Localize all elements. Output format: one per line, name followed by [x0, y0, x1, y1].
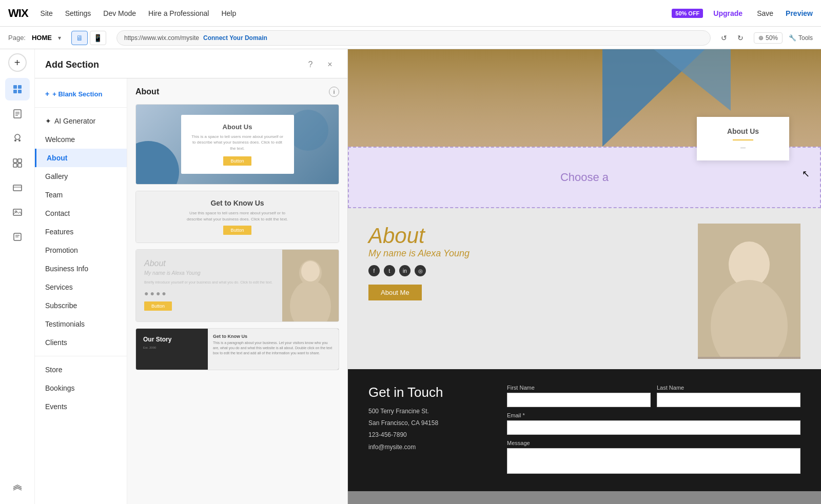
first-name-input[interactable] [507, 393, 651, 407]
card3-person-image [282, 250, 339, 321]
contact-info: Get in Touch 500 Terry Francine St. San … [368, 385, 492, 476]
contact-form: First Name Last Name Email * Message [507, 385, 800, 476]
about-us-card-1[interactable]: About Us This is a space to tell users m… [135, 104, 339, 185]
card3-desc: Briefly introduce yourself or your busin… [144, 280, 274, 285]
section-categories-sidebar: + + Blank Section ✦ AI Generator Welcome… [35, 78, 127, 504]
help-icon-button[interactable]: ? [303, 57, 318, 72]
wix-logo: WIX [8, 7, 28, 20]
svg-rect-15 [13, 185, 22, 191]
sidebar-item-services[interactable]: Services [35, 278, 127, 296]
secondbar: Page: HOME ▾ 🖥 📱 https://www.wix.com/mys… [0, 27, 821, 49]
redo-button[interactable]: ↻ [733, 31, 748, 45]
message-input[interactable] [507, 448, 800, 474]
sidebar-item-store[interactable]: Store [35, 360, 127, 379]
panel-title: Add Section [45, 59, 99, 70]
get-to-know-card[interactable]: Get to Know Us Use this space to tell us… [135, 191, 339, 243]
sidebar-item-business-info[interactable]: Business Info [35, 259, 127, 278]
sidebar-item-contact[interactable]: Contact [35, 204, 127, 223]
tools-button[interactable]: 🔧 Tools [789, 34, 813, 42]
hire-menu[interactable]: Hire a Professional [148, 9, 209, 17]
grid-icon[interactable] [5, 152, 30, 174]
card4-title: Our Story [143, 336, 201, 344]
plus-icon: + [45, 90, 49, 98]
ai-star-icon: ✦ [45, 117, 51, 125]
blue-circle-decoration [135, 141, 179, 185]
about-main-text: About My name is Alexa Young f t in ◎ Ab… [368, 224, 688, 359]
social-icons: f t in ◎ [368, 265, 688, 276]
preview-button[interactable]: Preview [786, 9, 813, 17]
card3-subheading: My name is Alexa Young [144, 270, 274, 276]
url-text: https://www.wix.com/mysite [124, 34, 199, 42]
card2-desc: Use this space to tell users more about … [186, 210, 289, 223]
site-menu[interactable]: Site [41, 9, 53, 17]
linkedin-icon[interactable]: in [399, 265, 411, 276]
paint-icon[interactable] [5, 127, 30, 150]
sidebar-item-subscribe[interactable]: Subscribe [35, 296, 127, 315]
card3-button[interactable]: Button [144, 301, 172, 311]
our-story-card[interactable]: Our Story Est. 2000 Get to Know Us This … [135, 328, 339, 370]
mobile-view-button[interactable]: 📱 [90, 31, 106, 45]
svg-rect-0 [13, 85, 17, 89]
about-person-card[interactable]: About My name is Alexa Young Briefly int… [135, 249, 339, 322]
sidebar-item-events[interactable]: Events [35, 397, 127, 416]
card1-button[interactable]: Button [223, 156, 251, 166]
about-me-button[interactable]: About Me [368, 285, 422, 300]
contact-section: Get in Touch 500 Terry Francine St. San … [348, 369, 821, 491]
topbar-right: 50% OFF Upgrade Save Preview [672, 9, 813, 18]
sidebar-item-gallery[interactable]: Gallery [35, 167, 127, 186]
svg-rect-13 [13, 164, 17, 167]
desktop-view-button[interactable]: 🖥 [71, 31, 88, 45]
blog-icon[interactable] [5, 226, 30, 248]
page-chevron-icon[interactable]: ▾ [58, 34, 61, 42]
panel-body: + + Blank Section ✦ AI Generator Welcome… [35, 78, 347, 504]
devmode-menu[interactable]: Dev Mode [103, 9, 136, 17]
connect-domain-button[interactable]: Connect Your Domain [203, 34, 267, 42]
card1-desc: This is a space to tell users more about… [191, 134, 284, 151]
ai-generator-item[interactable]: ✦ AI Generator [35, 112, 127, 130]
apps-icon[interactable] [5, 176, 30, 199]
canvas: Choose a About Us — ↖ About My name is A… [348, 49, 821, 504]
instagram-icon[interactable]: ◎ [415, 265, 426, 276]
card3-social-dots: ●●●● [144, 289, 274, 297]
svg-rect-3 [18, 90, 22, 93]
sidebar-item-team[interactable]: Team [35, 186, 127, 204]
undo-button[interactable]: ↺ [717, 31, 731, 45]
sidebar-item-bookings[interactable]: Bookings [35, 379, 127, 397]
upgrade-button[interactable]: Upgrade [713, 9, 742, 17]
url-bar: https://www.wix.com/mysite Connect Your … [116, 30, 711, 46]
facebook-icon[interactable]: f [368, 265, 380, 276]
sidebar-item-features[interactable]: Features [35, 223, 127, 241]
contact-title: Get in Touch [368, 385, 492, 400]
sidebar-item-about[interactable]: About [35, 149, 127, 167]
card4-right-desc: This is a paragraph about your business.… [213, 340, 334, 355]
info-icon[interactable]: i [329, 87, 339, 97]
about-main-section: About My name is Alexa Young f t in ◎ Ab… [348, 208, 821, 369]
about-main-subheading: My name is Alexa Young [368, 248, 688, 259]
ai-generator-label: AI Generator [54, 117, 95, 125]
card3-text: About My name is Alexa Young Briefly int… [136, 250, 282, 321]
topbar: WIX Site Settings Dev Mode Hire a Profes… [0, 0, 821, 27]
pages-icon[interactable] [5, 103, 30, 125]
media-icon[interactable] [5, 201, 30, 224]
last-name-input[interactable] [657, 393, 800, 407]
settings-menu[interactable]: Settings [65, 9, 91, 17]
card2-button[interactable]: Button [223, 226, 251, 235]
close-panel-button[interactable]: × [323, 57, 337, 72]
layers-icon[interactable] [5, 477, 30, 500]
last-name-group: Last Name [657, 385, 800, 407]
zoom-button[interactable]: ⊕ 50% [754, 32, 783, 44]
sections-icon[interactable] [5, 78, 30, 100]
sidebar-item-welcome[interactable]: Welcome [35, 130, 127, 149]
blank-section-item[interactable]: + + Blank Section [35, 85, 127, 103]
help-menu[interactable]: Help [221, 9, 236, 17]
add-element-button[interactable]: + [8, 53, 27, 72]
twitter-icon[interactable]: t [384, 265, 395, 276]
panel-header: Add Section ? × [35, 49, 347, 78]
sidebar-item-testimonials[interactable]: Testimonials [35, 315, 127, 333]
page-name[interactable]: HOME [32, 34, 52, 42]
sidebar-item-promotion[interactable]: Promotion [35, 241, 127, 259]
save-button[interactable]: Save [757, 9, 773, 17]
sidebar-item-clients[interactable]: Clients [35, 333, 127, 352]
card4-right-title: Get to Know Us [213, 334, 334, 339]
email-input[interactable] [507, 420, 800, 435]
